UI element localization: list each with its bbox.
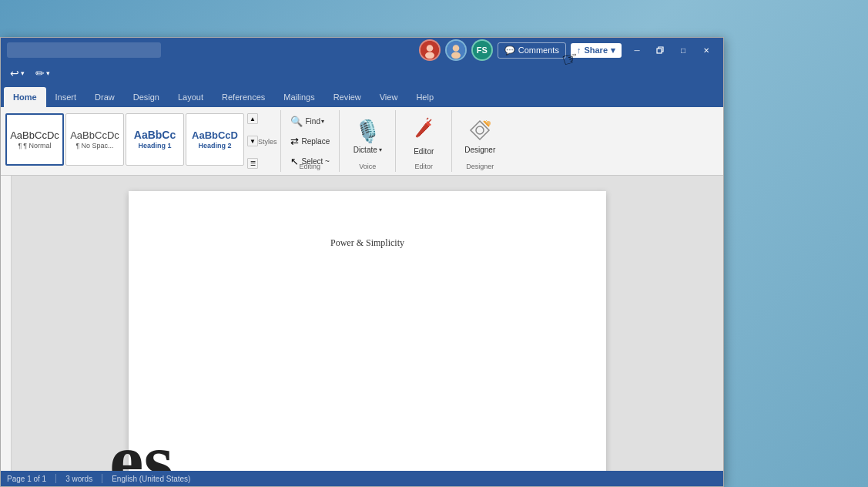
window-controls: ─ □ ✕ (626, 42, 717, 58)
tab-home[interactable]: Home (4, 87, 46, 107)
tab-mailings[interactable]: Mailings (274, 87, 323, 107)
editor-button[interactable]: Editor (402, 112, 445, 161)
style-heading1[interactable]: AaBbCc Heading 1 (126, 113, 184, 166)
big-text-left: es (109, 422, 173, 471)
status-divider-1 (55, 474, 56, 483)
undo-button[interactable]: ↩ ▾ (7, 65, 28, 81)
replace-label: Replace (302, 137, 330, 146)
svg-point-7 (476, 126, 484, 134)
voice-group-label: Voice (340, 163, 395, 170)
styles-scroll-up[interactable]: ▲ (247, 113, 258, 124)
title-bar: FS 💬 Comments ↑ Share ▾ ─ (1, 38, 723, 62)
styles-more[interactable]: ☰ (247, 158, 258, 169)
undo-dropdown-icon: ▾ (21, 69, 25, 77)
find-dropdown-icon: ▾ (321, 118, 324, 125)
designer-group: Designer Designer (452, 110, 508, 172)
tab-draw[interactable]: Draw (85, 87, 124, 107)
quick-access-toolbar: ↩ ▾ ✏ ▾ (1, 62, 723, 84)
style-normal[interactable]: AaBbCcDc ¶ ¶ Normal (5, 113, 64, 166)
edit-dropdown-icon: ▾ (46, 69, 50, 77)
share-button[interactable]: ↑ Share ▾ (571, 43, 622, 58)
avatar-user3[interactable]: FS (471, 39, 493, 61)
page-content: Power & Simplicity (190, 237, 545, 249)
title-bar-right: FS 💬 Comments ↑ Share ▾ ─ (419, 39, 717, 61)
tab-design[interactable]: Design (124, 87, 169, 107)
maximize-button[interactable]: □ (672, 42, 694, 58)
editing-group: 🔍 Find ▾ ⇄ Replace (281, 110, 340, 172)
find-icon: 🔍 (290, 116, 303, 127)
style-heading1-label: Heading 1 (138, 142, 171, 149)
voice-group: 🎙️ Dictate ▾ Voice (340, 110, 396, 172)
editing-group-label: Editing (281, 163, 340, 170)
dictate-dropdown-icon: ▾ (379, 146, 382, 153)
style-heading2[interactable]: AaBbCcD Heading 2 (186, 113, 244, 166)
designer-group-label: Designer (452, 163, 508, 170)
ribbon-content: AaBbCcDc ¶ ¶ Normal AaBbCcDc ¶ No Spac..… (1, 107, 723, 175)
style-heading1-preview: AaBbCc (134, 129, 176, 140)
desktop: ☞ (0, 0, 868, 487)
style-heading2-preview: AaBbCcD (192, 130, 238, 140)
editor-group: Editor Editor (396, 110, 452, 172)
style-no-spacing-label: ¶ No Spac... (76, 142, 114, 149)
dictate-button[interactable]: 🎙️ Dictate ▾ (346, 112, 389, 161)
replace-icon: ⇄ (290, 136, 299, 147)
svg-point-4 (452, 45, 459, 52)
status-language[interactable]: English (United States) (112, 475, 190, 483)
replace-button[interactable]: ⇄ Replace (287, 132, 333, 150)
edit-button[interactable]: ✏ ▾ (32, 65, 53, 81)
editor-label: Editor (414, 147, 434, 156)
comments-button[interactable]: 💬 Comments (498, 42, 566, 59)
designer-icon (468, 119, 491, 144)
svg-point-8 (486, 121, 491, 126)
tab-review[interactable]: Review (324, 87, 370, 107)
svg-point-5 (451, 52, 461, 59)
status-words[interactable]: 3 words (65, 475, 92, 483)
svg-point-1 (426, 45, 433, 52)
comments-icon: 💬 (504, 45, 515, 55)
style-normal-label: ¶ ¶ Normal (18, 142, 51, 149)
designer-button[interactable]: Designer (458, 112, 501, 161)
styles-group-label: Styles (258, 112, 277, 170)
doc-scroll-area[interactable]: Power & Simplicity es (12, 176, 723, 471)
avatar-user1[interactable] (419, 39, 441, 61)
ruler-left (1, 176, 12, 471)
minimize-button[interactable]: ─ (626, 42, 648, 58)
dictate-label: Dictate ▾ (354, 146, 382, 154)
close-button[interactable]: ✕ (695, 42, 717, 58)
restore-button[interactable] (649, 42, 671, 58)
tab-layout[interactable]: Layout (169, 87, 213, 107)
tab-insert[interactable]: Insert (46, 87, 86, 107)
styles-scroll-down[interactable]: ▼ (247, 136, 258, 146)
status-divider-2 (102, 474, 102, 483)
document-area: Power & Simplicity es (1, 176, 723, 471)
word-window: FS 💬 Comments ↑ Share ▾ ─ (0, 37, 724, 487)
find-label: Find ▾ (306, 117, 324, 126)
document-page[interactable]: Power & Simplicity es (129, 191, 606, 471)
tab-references[interactable]: References (213, 87, 274, 107)
styles-list: AaBbCcDc ¶ ¶ Normal AaBbCcDc ¶ No Spac..… (4, 112, 246, 170)
style-heading2-label: Heading 2 (198, 142, 231, 149)
title-bar-left (7, 42, 161, 58)
designer-label: Designer (464, 146, 495, 154)
style-normal-preview: AaBbCcDc (10, 130, 59, 140)
avatar-img-2 (447, 41, 465, 59)
editor-icon (412, 117, 435, 146)
styles-group: AaBbCcDc ¶ ¶ Normal AaBbCcDc ¶ No Spac..… (1, 110, 281, 172)
avatar-user2[interactable] (445, 39, 467, 61)
style-no-spacing-preview: AaBbCcDc (70, 130, 119, 140)
avatar-img-1 (421, 41, 439, 59)
styles-scrollbar: ▲ ▼ ☰ (246, 112, 258, 170)
microphone-icon: 🎙️ (354, 119, 381, 144)
title-search-input[interactable] (7, 42, 161, 58)
find-button[interactable]: 🔍 Find ▾ (287, 112, 327, 130)
style-no-spacing[interactable]: AaBbCcDc ¶ No Spac... (65, 113, 124, 166)
svg-point-2 (425, 52, 434, 59)
avatar-img-3: FS (473, 41, 491, 59)
ribbon-tabs: Home Insert Draw Design Layout Reference… (1, 84, 723, 107)
tab-help[interactable]: Help (407, 87, 443, 107)
status-page[interactable]: Page 1 of 1 (7, 475, 46, 483)
undo-icon: ↩ (10, 67, 19, 79)
edit-icon: ✏ (35, 67, 45, 79)
tab-view[interactable]: View (370, 87, 407, 107)
status-bar: Page 1 of 1 3 words English (United Stat… (1, 471, 723, 486)
